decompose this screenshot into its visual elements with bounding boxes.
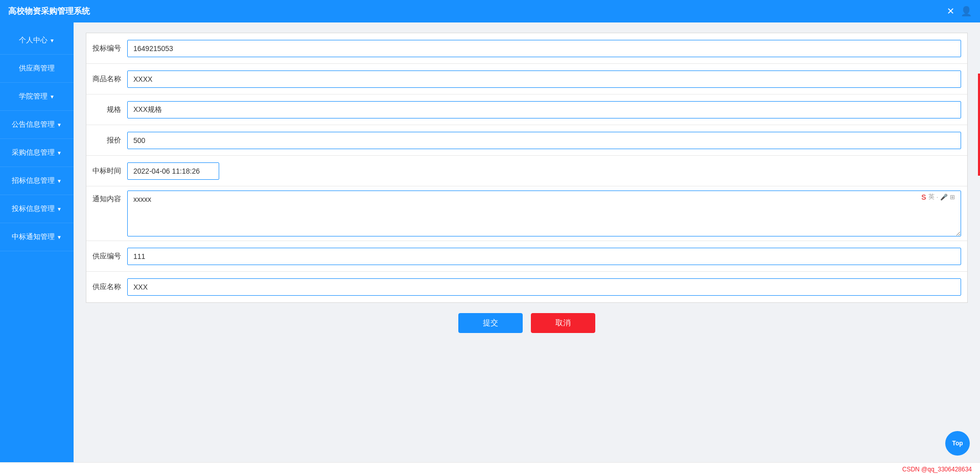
field-row-product-name: 商品名称 <box>86 64 967 94</box>
input-spec[interactable] <box>127 101 961 118</box>
user-icon[interactable]: 👤 <box>961 6 972 17</box>
input-price[interactable] <box>127 132 961 149</box>
sidebar-item-label: 供应商管理 <box>19 64 55 73</box>
label-supplier-name: 供应名称 <box>86 282 127 292</box>
input-supplier-number[interactable] <box>127 248 961 265</box>
textarea-notification-content[interactable]: xxxxx <box>127 191 961 236</box>
form-container: 投标编号 商品名称 规格 报价 中标时间 <box>86 33 968 303</box>
app-title: 高校物资采购管理系统 <box>8 6 90 17</box>
field-row-supplier-number: 供应编号 <box>86 241 967 272</box>
input-supplier-name[interactable] <box>127 278 961 296</box>
button-row: 提交 取消 <box>86 303 968 341</box>
sidebar-item-label: 公告信息管理 <box>12 120 55 129</box>
sidebar-item-supplier-management[interactable]: 供应商管理 <box>0 55 74 83</box>
label-award-time: 中标时间 <box>86 166 127 176</box>
sidebar-item-award-notification-management[interactable]: 中标通知管理 ▼ <box>0 223 74 251</box>
csdn-link[interactable]: CSDN @qq_3306428634 <box>902 466 972 473</box>
input-bid-number[interactable] <box>127 40 961 57</box>
cancel-button[interactable]: 取消 <box>531 313 595 333</box>
sidebar-item-label: 个人中心 <box>19 36 48 45</box>
grid-icon: ⊞ <box>950 194 955 201</box>
input-award-time[interactable] <box>127 162 219 180</box>
sidebar-item-procurement-management[interactable]: 采购信息管理 ▼ <box>0 139 74 167</box>
field-row-award-time: 中标时间 <box>86 156 967 186</box>
top-button[interactable]: Top <box>945 431 970 456</box>
field-row-notification-content: 通知内容 xxxxx S 英 · 🎤 ⊞ <box>86 186 967 241</box>
sidebar-item-bidding-management[interactable]: 招标信息管理 ▼ <box>0 167 74 195</box>
submit-button[interactable]: 提交 <box>458 313 523 333</box>
sogou-icon: S <box>921 193 926 201</box>
field-row-spec: 规格 <box>86 94 967 125</box>
sidebar-item-label: 中标通知管理 <box>12 232 55 242</box>
chevron-down-icon: ▼ <box>57 122 62 128</box>
chevron-down-icon: ▼ <box>57 150 62 156</box>
close-icon[interactable]: ✕ <box>947 6 954 17</box>
layout: 个人中心 ▼ 供应商管理 学院管理 ▼ 公告信息管理 ▼ 采购信息管理 ▼ 招标… <box>0 22 980 476</box>
label-notification-content: 通知内容 <box>86 186 127 204</box>
header: 高校物资采购管理系统 ✕ 👤 <box>0 0 980 22</box>
label-bid-number: 投标编号 <box>86 44 127 53</box>
right-accent-decoration <box>978 74 980 176</box>
label-spec: 规格 <box>86 105 127 114</box>
label-product-name: 商品名称 <box>86 75 127 84</box>
chevron-down-icon: ▼ <box>57 206 62 212</box>
sidebar-item-personal-center[interactable]: 个人中心 ▼ <box>0 27 74 55</box>
label-supplier-number: 供应编号 <box>86 252 127 261</box>
sidebar-item-label: 投标信息管理 <box>12 204 55 213</box>
chevron-down-icon: ▼ <box>50 38 55 43</box>
sidebar-item-label: 招标信息管理 <box>12 176 55 185</box>
input-product-name[interactable] <box>127 70 961 88</box>
dot-icon: · <box>937 194 938 201</box>
ime-label: 英 <box>928 193 935 201</box>
mic-icon: 🎤 <box>940 194 948 201</box>
sidebar-item-college-management[interactable]: 学院管理 ▼ <box>0 83 74 111</box>
label-price: 报价 <box>86 136 127 145</box>
header-icons: ✕ 👤 <box>947 6 972 17</box>
textarea-toolbar: S 英 · 🎤 ⊞ <box>919 192 957 202</box>
field-row-supplier-name: 供应名称 <box>86 272 967 302</box>
sidebar-item-label: 学院管理 <box>19 92 48 101</box>
chevron-down-icon: ▼ <box>57 234 62 240</box>
field-row-bid-number: 投标编号 <box>86 33 967 64</box>
sidebar-item-bid-management[interactable]: 投标信息管理 ▼ <box>0 195 74 223</box>
sidebar-item-announcement-management[interactable]: 公告信息管理 ▼ <box>0 111 74 139</box>
sidebar: 个人中心 ▼ 供应商管理 学院管理 ▼ 公告信息管理 ▼ 采购信息管理 ▼ 招标… <box>0 22 74 476</box>
chevron-down-icon: ▼ <box>50 94 55 100</box>
field-row-price: 报价 <box>86 125 967 156</box>
sidebar-item-label: 采购信息管理 <box>12 148 55 157</box>
main-content: 投标编号 商品名称 规格 报价 中标时间 <box>74 22 980 476</box>
bottom-bar: CSDN @qq_3306428634 <box>0 462 980 476</box>
chevron-down-icon: ▼ <box>57 178 62 184</box>
